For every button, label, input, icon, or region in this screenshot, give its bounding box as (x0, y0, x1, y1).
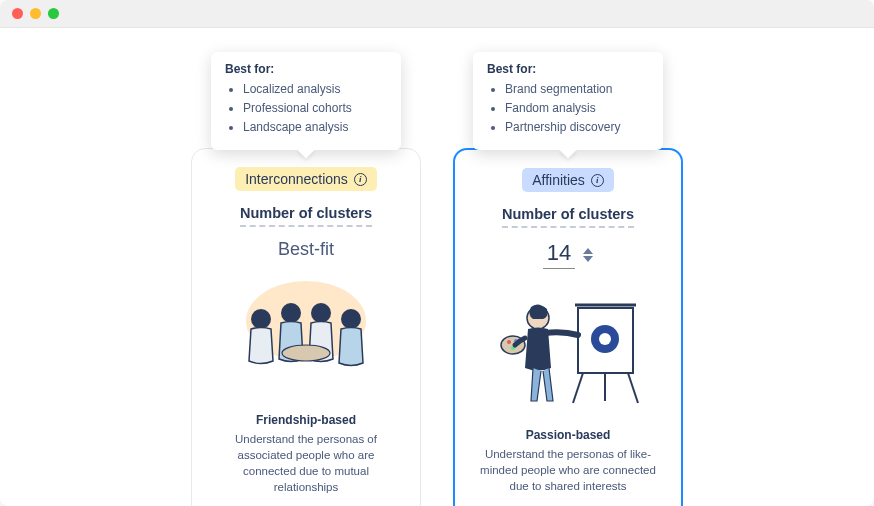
chevron-down-icon[interactable] (583, 256, 593, 262)
titlebar (0, 0, 874, 28)
content-area: Best for: Localized analysis Professiona… (0, 28, 874, 506)
desc-title: Passion-based (526, 428, 611, 442)
clusters-heading: Number of clusters (240, 205, 372, 227)
tooltip-item: Brand segmentation (505, 80, 649, 99)
close-icon[interactable] (12, 8, 23, 19)
svg-point-3 (311, 303, 331, 323)
affinities-card[interactable]: Affinities i Number of clusters 14 (453, 148, 683, 506)
tooltip-item: Professional cohorts (243, 99, 387, 118)
svg-point-4 (341, 309, 361, 329)
svg-line-9 (628, 373, 638, 403)
svg-point-15 (507, 340, 511, 344)
affinities-tag[interactable]: Affinities i (522, 168, 614, 192)
chevron-up-icon[interactable] (583, 248, 593, 254)
desc-title: Friendship-based (256, 413, 356, 427)
tooltip-item: Partnership discovery (505, 118, 649, 137)
tag-label: Interconnections (245, 171, 348, 187)
svg-line-8 (573, 373, 583, 403)
svg-point-1 (251, 309, 271, 329)
clusters-number[interactable]: 14 (543, 240, 575, 269)
clusters-heading: Number of clusters (502, 206, 634, 228)
tooltip-item: Landscape analysis (243, 118, 387, 137)
desc-text: Understand the personas of associated pe… (210, 431, 402, 495)
affinities-column: Best for: Brand segmentation Fandom anal… (453, 56, 683, 506)
traffic-lights (12, 8, 59, 19)
tooltip-title: Best for: (225, 62, 387, 76)
interconnections-card[interactable]: Interconnections i Number of clusters Be… (191, 148, 421, 506)
tooltip-item: Fandom analysis (505, 99, 649, 118)
tooltip-list: Brand segmentation Fandom analysis Partn… (487, 80, 649, 138)
maximize-icon[interactable] (48, 8, 59, 19)
passion-illustration (483, 279, 653, 418)
app-window: Best for: Localized analysis Professiona… (0, 0, 874, 506)
svg-point-5 (282, 345, 330, 361)
clusters-stepper: 14 (543, 240, 593, 269)
interconnections-column: Best for: Localized analysis Professiona… (191, 56, 421, 506)
tooltip-title: Best for: (487, 62, 649, 76)
clusters-value: Best-fit (278, 239, 334, 260)
tooltip-interconnections: Best for: Localized analysis Professiona… (211, 52, 401, 150)
tooltip-item: Localized analysis (243, 80, 387, 99)
svg-point-2 (281, 303, 301, 323)
interconnections-tag[interactable]: Interconnections i (235, 167, 377, 191)
minimize-icon[interactable] (30, 8, 41, 19)
tag-label: Affinities (532, 172, 585, 188)
friendship-illustration (221, 270, 391, 403)
info-icon[interactable]: i (591, 174, 604, 187)
tooltip-affinities: Best for: Brand segmentation Fandom anal… (473, 52, 663, 150)
desc-text: Understand the personas of like-minded p… (473, 446, 663, 494)
svg-point-12 (599, 333, 611, 345)
tooltip-list: Localized analysis Professional cohorts … (225, 80, 387, 138)
stepper-controls (583, 248, 593, 262)
info-icon[interactable]: i (354, 173, 367, 186)
value-text: Best-fit (278, 239, 334, 260)
